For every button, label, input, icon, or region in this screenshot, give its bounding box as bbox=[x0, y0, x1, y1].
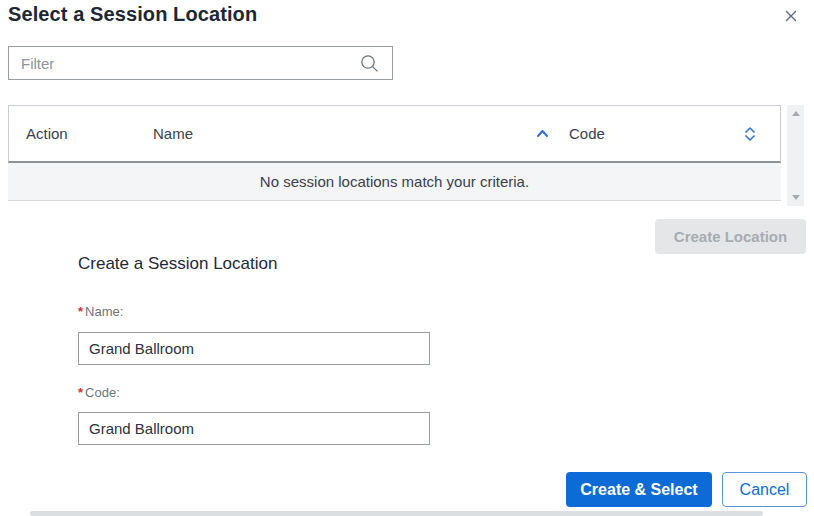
create-section-heading: Create a Session Location bbox=[78, 254, 277, 274]
column-label-action: Action bbox=[26, 125, 68, 142]
close-button[interactable] bbox=[781, 6, 801, 26]
scroll-up-arrow-icon[interactable] bbox=[792, 111, 800, 116]
sort-unsorted-icon bbox=[744, 127, 756, 141]
column-header-action: Action bbox=[9, 125, 136, 142]
code-input[interactable] bbox=[78, 412, 430, 445]
code-field-label: *Code: bbox=[78, 385, 120, 400]
column-label-name: Name bbox=[153, 125, 193, 142]
required-asterisk: * bbox=[78, 385, 83, 400]
table-header-row: Action Name Code bbox=[8, 105, 781, 163]
create-location-button[interactable]: Create Location bbox=[655, 219, 806, 254]
cancel-button[interactable]: Cancel bbox=[722, 472, 807, 507]
session-location-dialog: Select a Session Location Action Name Co… bbox=[0, 0, 814, 516]
required-asterisk: * bbox=[78, 304, 83, 319]
column-header-name[interactable]: Name bbox=[136, 125, 559, 142]
name-input[interactable] bbox=[78, 332, 430, 365]
close-icon bbox=[783, 8, 799, 24]
search-icon bbox=[359, 53, 380, 74]
sort-ascending-icon bbox=[536, 129, 549, 138]
create-and-select-button[interactable]: Create & Select bbox=[566, 472, 712, 507]
filter-input[interactable] bbox=[9, 55, 359, 72]
scroll-down-arrow-icon[interactable] bbox=[792, 195, 800, 200]
name-label-text: Name: bbox=[85, 304, 123, 319]
empty-state-row: No session locations match your criteria… bbox=[8, 163, 781, 201]
code-label-text: Code: bbox=[85, 385, 120, 400]
filter-field bbox=[8, 46, 393, 80]
name-field-label: *Name: bbox=[78, 304, 123, 319]
column-label-code: Code bbox=[569, 125, 605, 142]
bottom-scrollbar-thumb[interactable] bbox=[30, 511, 763, 516]
table-scrollbar[interactable] bbox=[787, 105, 804, 206]
locations-table: Action Name Code No session locations ma… bbox=[8, 105, 781, 201]
column-header-code[interactable]: Code bbox=[559, 125, 780, 142]
dialog-title: Select a Session Location bbox=[8, 3, 257, 26]
empty-state-message: No session locations match your criteria… bbox=[260, 173, 529, 190]
